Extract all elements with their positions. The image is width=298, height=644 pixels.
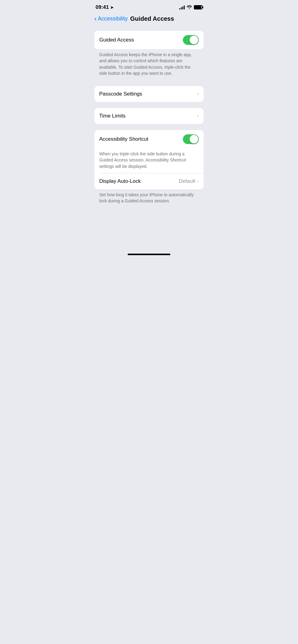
- nav-header: ‹ Accessibility Guided Access: [89, 13, 209, 28]
- time-limits-card[interactable]: Time Limits ›: [94, 108, 204, 124]
- toggle-knob: [190, 36, 198, 44]
- status-icons: [179, 5, 202, 10]
- back-chevron-icon: ‹: [94, 16, 96, 22]
- content-area: Guided Access Guided Access keeps the iP…: [89, 28, 209, 216]
- spacer: [89, 216, 209, 248]
- accessibility-shortcut-description: When you triple-click the side button du…: [94, 148, 204, 173]
- guided-access-card: Guided Access: [94, 31, 204, 49]
- back-button[interactable]: ‹ Accessibility: [94, 16, 128, 22]
- status-bar: 09:41 ➤: [89, 0, 209, 13]
- accessibility-shortcut-toggle[interactable]: [183, 134, 199, 144]
- display-autolock-right: Default ›: [179, 178, 199, 184]
- signal-bar-3: [182, 6, 183, 9]
- display-autolock-label: Display Auto-Lock: [99, 178, 141, 184]
- shortcut-autolock-card: Accessibility Shortcut When you triple-c…: [94, 130, 204, 189]
- home-indicator: [89, 248, 209, 258]
- location-arrow-icon: ➤: [110, 5, 114, 10]
- page-title: Guided Access: [130, 15, 174, 22]
- accessibility-shortcut-label: Accessibility Shortcut: [99, 136, 148, 142]
- display-autolock-chevron-icon: ›: [197, 179, 199, 184]
- back-label[interactable]: Accessibility: [98, 16, 128, 22]
- display-autolock-row[interactable]: Display Auto-Lock Default ›: [94, 173, 204, 189]
- passcode-chevron-icon: ›: [197, 91, 199, 97]
- display-autolock-description: Set how long it takes your iPhone to aut…: [94, 189, 204, 208]
- battery-fill: [194, 6, 201, 9]
- time-limits-chevron-icon: ›: [197, 113, 199, 119]
- battery-icon: [194, 5, 202, 9]
- accessibility-shortcut-toggle-knob: [190, 135, 198, 143]
- home-bar: [128, 254, 170, 255]
- guided-access-description: Guided Access keeps the iPhone in a sing…: [94, 49, 204, 80]
- signal-bar-4: [184, 5, 185, 9]
- passcode-settings-section: Passcode Settings ›: [94, 86, 204, 102]
- guided-access-label: Guided Access: [99, 37, 134, 43]
- signal-bars-icon: [179, 5, 185, 9]
- guided-access-section: Guided Access Guided Access keeps the iP…: [94, 31, 204, 80]
- signal-bar-2: [181, 7, 182, 9]
- status-time: 09:41 ➤: [96, 4, 114, 10]
- time-limits-row[interactable]: Time Limits ›: [94, 108, 204, 124]
- guided-access-row: Guided Access: [94, 31, 204, 49]
- signal-bar-1: [179, 8, 180, 9]
- wifi-icon: [187, 5, 192, 10]
- shortcut-autolock-section: Accessibility Shortcut When you triple-c…: [94, 130, 204, 208]
- passcode-settings-card[interactable]: Passcode Settings ›: [94, 86, 204, 102]
- time-display: 09:41: [96, 4, 109, 10]
- time-limits-section: Time Limits ›: [94, 108, 204, 124]
- accessibility-shortcut-row: Accessibility Shortcut: [94, 130, 204, 148]
- passcode-settings-label: Passcode Settings: [99, 91, 142, 97]
- passcode-settings-row[interactable]: Passcode Settings ›: [94, 86, 204, 102]
- guided-access-toggle[interactable]: [183, 35, 199, 45]
- display-autolock-value: Default: [179, 178, 195, 184]
- time-limits-label: Time Limits: [99, 113, 125, 119]
- page-wrapper: 09:41 ➤ ‹ Acce: [89, 0, 209, 258]
